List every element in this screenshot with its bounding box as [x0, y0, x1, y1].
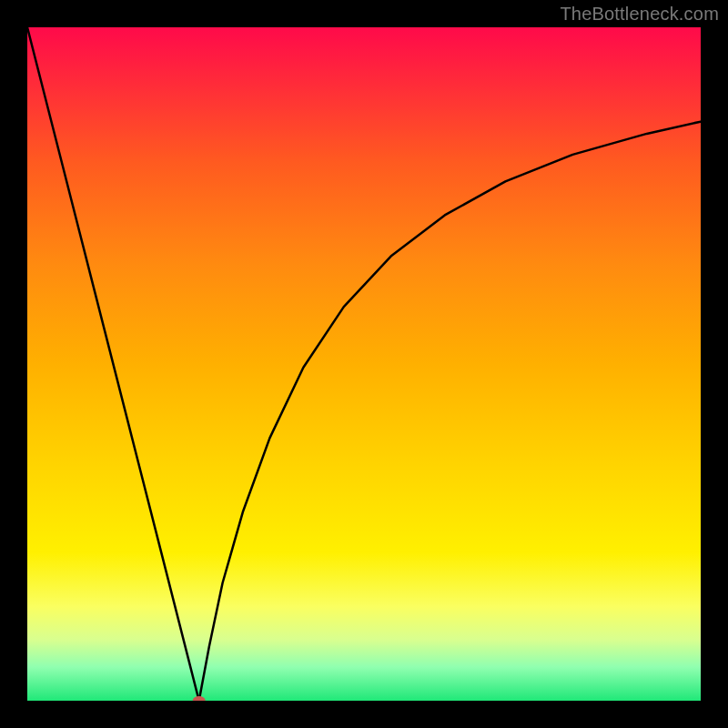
chart-frame: TheBottleneck.com [0, 0, 728, 728]
attribution-label: TheBottleneck.com [560, 4, 719, 25]
chart-background [27, 27, 701, 701]
bottleneck-chart [27, 27, 701, 701]
